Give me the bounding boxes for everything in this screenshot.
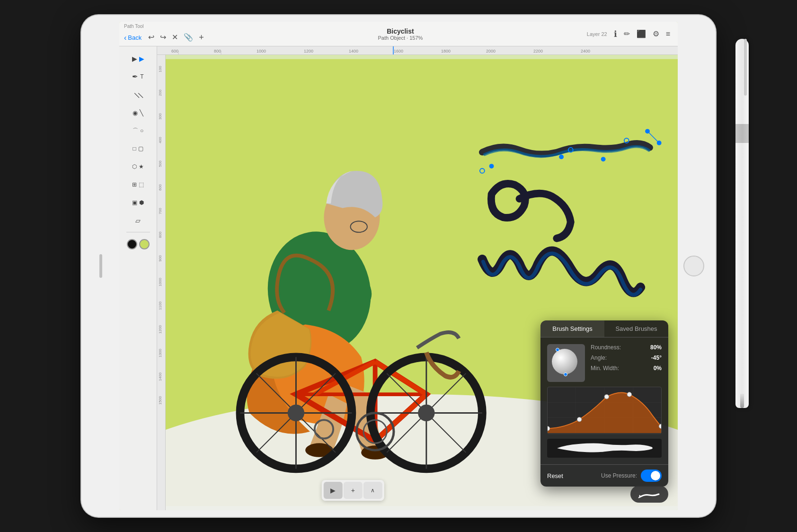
- saved-brushes-tab[interactable]: Saved Brushes: [604, 320, 668, 337]
- document-info: Bicyclist Path Object · 157%: [214, 27, 587, 41]
- brush-settings-tab[interactable]: Brush Settings: [540, 320, 604, 337]
- top-bar: Path Tool ‹ Back ↩ ↪ ✕ 📎 + Bicyclist Pat…: [119, 22, 678, 46]
- reset-button[interactable]: Reset: [547, 472, 563, 479]
- path-add-point-tool[interactable]: +: [344, 482, 363, 499]
- settings-icon[interactable]: ⚙: [653, 29, 659, 38]
- brush-tool-button[interactable]: [630, 486, 668, 503]
- svg-text:800: 800: [158, 231, 162, 238]
- toolbar-separator: [126, 232, 150, 232]
- redo-button[interactable]: ↪: [160, 33, 166, 43]
- path-bottom-toolbar: ▶ + ∧: [322, 480, 384, 501]
- attach-button[interactable]: 📎: [184, 33, 193, 43]
- layer-label: Layer 22: [587, 31, 607, 37]
- home-button[interactable]: [683, 256, 704, 276]
- svg-text:300: 300: [158, 113, 162, 120]
- add-button[interactable]: +: [199, 33, 204, 43]
- brush-panel-footer: Reset Use Pressure:: [540, 464, 668, 487]
- svg-point-59: [489, 164, 494, 168]
- brush-panel-body: Roundness: 80% Angle: -45° Min. Width: 0…: [540, 337, 668, 464]
- pen-tool[interactable]: ✒ T: [124, 68, 152, 85]
- roundness-editor[interactable]: [547, 344, 585, 382]
- pressure-curve-chart[interactable]: [547, 387, 662, 434]
- svg-text:400: 400: [158, 137, 162, 143]
- background-swatch[interactable]: [139, 239, 150, 249]
- brush-eraser-tool[interactable]: | |: [124, 86, 152, 103]
- fill-line-tool[interactable]: ◉ ╲: [124, 104, 152, 121]
- svg-text:2400: 2400: [581, 49, 590, 53]
- svg-text:1400: 1400: [158, 372, 162, 381]
- foreground-swatch[interactable]: [127, 239, 137, 249]
- layers-icon[interactable]: ⬛: [637, 29, 646, 38]
- svg-point-58: [601, 157, 606, 161]
- brush-preview: [547, 439, 662, 458]
- svg-point-68: [604, 394, 609, 399]
- svg-text:1000: 1000: [158, 278, 162, 286]
- svg-text:1100: 1100: [158, 301, 162, 310]
- use-pressure-toggle[interactable]: [641, 470, 662, 482]
- svg-text:1200: 1200: [304, 49, 313, 53]
- ipad-screen: Path Tool ‹ Back ↩ ↪ ✕ 📎 + Bicyclist Pat…: [119, 22, 678, 510]
- svg-point-69: [627, 392, 632, 397]
- toolbar-actions: ↩ ↪ ✕ 📎 +: [148, 33, 204, 43]
- min-width-value: 0%: [643, 365, 662, 372]
- info-icon[interactable]: ℹ: [614, 29, 617, 39]
- svg-text:1600: 1600: [394, 49, 403, 53]
- volume-button: [99, 254, 102, 278]
- svg-text:200: 200: [158, 89, 162, 96]
- roundness-row: Roundness: 80%: [591, 344, 662, 351]
- brush-panel-tabs: Brush Settings Saved Brushes: [540, 320, 668, 337]
- control-point-1[interactable]: [556, 348, 559, 352]
- svg-text:600: 600: [158, 184, 162, 191]
- back-button[interactable]: ‹ Back: [124, 34, 142, 42]
- grid-transform-tool[interactable]: ⊞ ⬚: [124, 176, 152, 193]
- svg-point-67: [577, 417, 582, 422]
- pressure-toggle-row: Use Pressure:: [601, 470, 662, 482]
- document-title: Bicyclist: [214, 27, 587, 35]
- path-select-tool[interactable]: ▶: [324, 482, 343, 499]
- roundness-visual: [552, 349, 580, 377]
- svg-rect-9: [393, 46, 394, 55]
- toolbar-right: Layer 22 ℹ ✏ ⬛ ⚙ ≡: [587, 29, 678, 39]
- svg-text:700: 700: [158, 208, 162, 214]
- polygon-star-tool[interactable]: ⬡ ★: [124, 158, 152, 175]
- rect-rrect-tool[interactable]: □ ▢: [124, 140, 152, 157]
- svg-text:1000: 1000: [257, 49, 266, 53]
- pressure-label: Use Pressure:: [601, 472, 637, 479]
- color-swatches: [127, 239, 150, 249]
- min-width-label: Min. Width:: [591, 365, 619, 372]
- apple-pencil: [735, 39, 749, 408]
- path-convert-tool[interactable]: ∧: [363, 482, 382, 499]
- pencil-tip: [740, 394, 744, 408]
- undo-button[interactable]: ↩: [148, 33, 154, 43]
- brush-settings-panel: Brush Settings Saved Brushes: [540, 320, 668, 487]
- tool-label: Path Tool: [124, 24, 144, 29]
- svg-text:2200: 2200: [533, 49, 543, 53]
- ipad-frame: Path Tool ‹ Back ↩ ↪ ✕ 📎 + Bicyclist Pat…: [81, 15, 716, 517]
- select-tool[interactable]: ▶ ▶: [124, 50, 152, 67]
- pencil-clip: [744, 39, 747, 96]
- stack-icon[interactable]: ≡: [666, 30, 670, 38]
- svg-text:1200: 1200: [158, 325, 162, 334]
- brush-settings-row: Roundness: 80% Angle: -45° Min. Width: 0…: [547, 344, 662, 382]
- shear-tool[interactable]: ▱: [124, 212, 152, 229]
- document-subtitle: Path Object · 157%: [214, 35, 587, 41]
- paint-mask-tool[interactable]: ▣ ⬢: [124, 194, 152, 211]
- control-point-2[interactable]: [564, 372, 567, 376]
- pen-tool-icon[interactable]: ✏: [624, 29, 630, 38]
- ruler-left: 100 200 300 400 500 600 700 800 900 1000…: [157, 55, 166, 510]
- arc-ellipse-tool[interactable]: ⌒ ○: [124, 122, 152, 139]
- svg-point-56: [559, 155, 564, 160]
- svg-text:1800: 1800: [441, 49, 451, 53]
- delete-button[interactable]: ✕: [172, 33, 178, 43]
- left-toolbar: ▶ ▶ ✒ T | | ◉ ╲ ⌒ ○ □ ▢: [119, 46, 157, 510]
- toggle-knob: [651, 471, 660, 480]
- roundness-ellipse: [552, 349, 577, 374]
- svg-text:500: 500: [158, 160, 162, 167]
- svg-text:100: 100: [158, 66, 162, 72]
- svg-text:1500: 1500: [158, 396, 162, 405]
- canvas-area[interactable]: Brush Settings Saved Brushes: [166, 55, 678, 510]
- min-width-row: Min. Width: 0%: [591, 365, 662, 372]
- angle-value: -45°: [643, 355, 662, 361]
- svg-point-43: [288, 405, 304, 421]
- svg-text:600: 600: [171, 49, 178, 53]
